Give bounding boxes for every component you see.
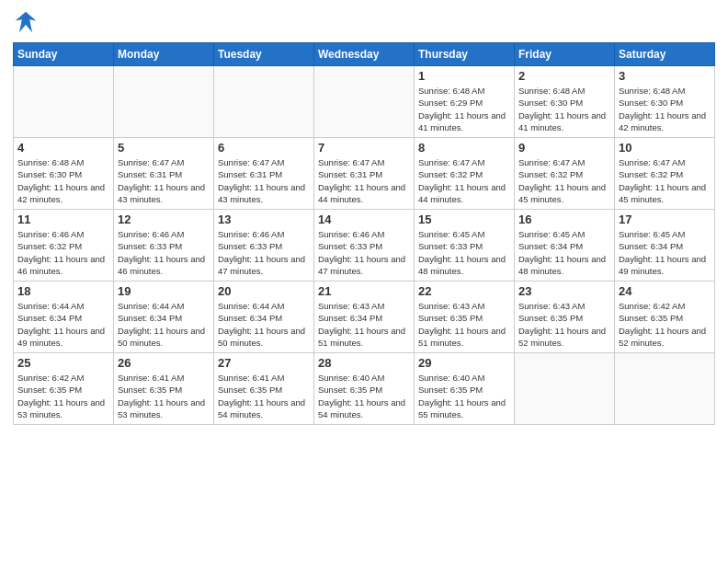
day-info: Sunrise: 6:48 AM Sunset: 6:30 PM Dayligh… bbox=[619, 85, 711, 133]
day-info: Sunrise: 6:43 AM Sunset: 6:35 PM Dayligh… bbox=[518, 300, 610, 349]
day-cell: 10Sunrise: 6:47 AM Sunset: 6:32 PM Dayli… bbox=[615, 138, 715, 210]
day-cell bbox=[14, 66, 114, 138]
day-number: 1 bbox=[418, 69, 510, 83]
day-info: Sunrise: 6:48 AM Sunset: 6:30 PM Dayligh… bbox=[518, 85, 610, 133]
logo-bird-icon bbox=[13, 9, 39, 35]
day-number: 13 bbox=[218, 213, 310, 226]
day-number: 14 bbox=[318, 213, 410, 226]
day-number: 5 bbox=[118, 141, 210, 155]
col-header-thursday: Thursday bbox=[415, 43, 515, 66]
day-number: 4 bbox=[17, 141, 109, 155]
day-number: 15 bbox=[418, 213, 510, 226]
day-number: 27 bbox=[218, 356, 310, 370]
day-number: 26 bbox=[118, 356, 210, 370]
day-number: 12 bbox=[118, 213, 210, 226]
day-cell: 29Sunrise: 6:40 AM Sunset: 6:35 PM Dayli… bbox=[415, 353, 515, 425]
day-cell: 6Sunrise: 6:47 AM Sunset: 6:31 PM Daylig… bbox=[214, 138, 314, 210]
day-info: Sunrise: 6:47 AM Sunset: 6:31 PM Dayligh… bbox=[118, 156, 210, 205]
day-cell: 23Sunrise: 6:43 AM Sunset: 6:35 PM Dayli… bbox=[515, 282, 615, 353]
week-row-4: 18Sunrise: 6:44 AM Sunset: 6:34 PM Dayli… bbox=[14, 282, 715, 353]
day-info: Sunrise: 6:43 AM Sunset: 6:34 PM Dayligh… bbox=[318, 300, 410, 349]
day-cell bbox=[615, 353, 715, 425]
day-cell: 24Sunrise: 6:42 AM Sunset: 6:35 PM Dayli… bbox=[615, 282, 715, 353]
day-cell: 26Sunrise: 6:41 AM Sunset: 6:35 PM Dayli… bbox=[114, 353, 214, 425]
day-info: Sunrise: 6:45 AM Sunset: 6:34 PM Dayligh… bbox=[619, 228, 711, 277]
day-info: Sunrise: 6:46 AM Sunset: 6:33 PM Dayligh… bbox=[118, 228, 210, 277]
col-header-monday: Monday bbox=[114, 43, 214, 66]
day-info: Sunrise: 6:40 AM Sunset: 6:35 PM Dayligh… bbox=[418, 372, 510, 420]
day-cell: 28Sunrise: 6:40 AM Sunset: 6:35 PM Dayli… bbox=[314, 353, 415, 425]
day-info: Sunrise: 6:42 AM Sunset: 6:35 PM Dayligh… bbox=[619, 300, 711, 349]
col-header-saturday: Saturday bbox=[615, 43, 715, 66]
day-info: Sunrise: 6:44 AM Sunset: 6:34 PM Dayligh… bbox=[118, 300, 210, 349]
col-header-sunday: Sunday bbox=[14, 43, 114, 66]
day-cell bbox=[214, 66, 314, 138]
day-info: Sunrise: 6:40 AM Sunset: 6:35 PM Dayligh… bbox=[318, 372, 410, 420]
week-row-1: 1Sunrise: 6:48 AM Sunset: 6:29 PM Daylig… bbox=[14, 66, 715, 138]
day-info: Sunrise: 6:43 AM Sunset: 6:35 PM Dayligh… bbox=[418, 300, 510, 349]
day-cell bbox=[515, 353, 615, 425]
day-info: Sunrise: 6:45 AM Sunset: 6:33 PM Dayligh… bbox=[418, 228, 510, 277]
week-row-3: 11Sunrise: 6:46 AM Sunset: 6:32 PM Dayli… bbox=[14, 210, 715, 282]
day-cell: 16Sunrise: 6:45 AM Sunset: 6:34 PM Dayli… bbox=[515, 210, 615, 282]
day-cell: 15Sunrise: 6:45 AM Sunset: 6:33 PM Dayli… bbox=[415, 210, 515, 282]
day-cell: 25Sunrise: 6:42 AM Sunset: 6:35 PM Dayli… bbox=[14, 353, 114, 425]
day-info: Sunrise: 6:46 AM Sunset: 6:33 PM Dayligh… bbox=[218, 228, 310, 277]
week-row-5: 25Sunrise: 6:42 AM Sunset: 6:35 PM Dayli… bbox=[14, 353, 715, 425]
day-info: Sunrise: 6:44 AM Sunset: 6:34 PM Dayligh… bbox=[17, 300, 109, 349]
day-cell: 20Sunrise: 6:44 AM Sunset: 6:34 PM Dayli… bbox=[214, 282, 314, 353]
day-cell: 21Sunrise: 6:43 AM Sunset: 6:34 PM Dayli… bbox=[314, 282, 415, 353]
page: SundayMondayTuesdayWednesdayThursdayFrid… bbox=[0, 0, 728, 563]
day-cell: 5Sunrise: 6:47 AM Sunset: 6:31 PM Daylig… bbox=[114, 138, 214, 210]
day-cell: 11Sunrise: 6:46 AM Sunset: 6:32 PM Dayli… bbox=[14, 210, 114, 282]
day-info: Sunrise: 6:44 AM Sunset: 6:34 PM Dayligh… bbox=[218, 300, 310, 349]
day-info: Sunrise: 6:47 AM Sunset: 6:32 PM Dayligh… bbox=[619, 156, 711, 205]
day-info: Sunrise: 6:41 AM Sunset: 6:35 PM Dayligh… bbox=[218, 372, 310, 420]
day-number: 23 bbox=[518, 284, 610, 298]
day-number: 8 bbox=[418, 141, 510, 155]
day-info: Sunrise: 6:47 AM Sunset: 6:32 PM Dayligh… bbox=[418, 156, 510, 205]
col-header-wednesday: Wednesday bbox=[314, 43, 415, 66]
day-number: 29 bbox=[418, 356, 510, 370]
day-cell: 22Sunrise: 6:43 AM Sunset: 6:35 PM Dayli… bbox=[415, 282, 515, 353]
day-cell: 13Sunrise: 6:46 AM Sunset: 6:33 PM Dayli… bbox=[214, 210, 314, 282]
day-cell: 1Sunrise: 6:48 AM Sunset: 6:29 PM Daylig… bbox=[415, 66, 515, 138]
calendar-table: SundayMondayTuesdayWednesdayThursdayFrid… bbox=[13, 42, 715, 425]
day-number: 3 bbox=[619, 69, 711, 83]
day-info: Sunrise: 6:47 AM Sunset: 6:31 PM Dayligh… bbox=[318, 156, 410, 205]
header-row: SundayMondayTuesdayWednesdayThursdayFrid… bbox=[14, 43, 715, 66]
day-number: 16 bbox=[518, 213, 610, 226]
col-header-tuesday: Tuesday bbox=[214, 43, 314, 66]
day-number: 17 bbox=[619, 213, 711, 226]
day-number: 9 bbox=[518, 141, 610, 155]
day-cell bbox=[114, 66, 214, 138]
day-cell: 12Sunrise: 6:46 AM Sunset: 6:33 PM Dayli… bbox=[114, 210, 214, 282]
day-number: 6 bbox=[218, 141, 310, 155]
day-info: Sunrise: 6:47 AM Sunset: 6:32 PM Dayligh… bbox=[518, 156, 610, 205]
day-cell: 8Sunrise: 6:47 AM Sunset: 6:32 PM Daylig… bbox=[415, 138, 515, 210]
day-cell: 17Sunrise: 6:45 AM Sunset: 6:34 PM Dayli… bbox=[615, 210, 715, 282]
day-info: Sunrise: 6:45 AM Sunset: 6:34 PM Dayligh… bbox=[518, 228, 610, 277]
day-cell: 4Sunrise: 6:48 AM Sunset: 6:30 PM Daylig… bbox=[14, 138, 114, 210]
day-number: 2 bbox=[518, 69, 610, 83]
day-info: Sunrise: 6:41 AM Sunset: 6:35 PM Dayligh… bbox=[118, 372, 210, 420]
day-cell: 19Sunrise: 6:44 AM Sunset: 6:34 PM Dayli… bbox=[114, 282, 214, 353]
day-number: 18 bbox=[17, 284, 109, 298]
day-cell bbox=[314, 66, 415, 138]
day-number: 19 bbox=[118, 284, 210, 298]
day-number: 22 bbox=[418, 284, 510, 298]
day-cell: 27Sunrise: 6:41 AM Sunset: 6:35 PM Dayli… bbox=[214, 353, 314, 425]
day-cell: 3Sunrise: 6:48 AM Sunset: 6:30 PM Daylig… bbox=[615, 66, 715, 138]
day-cell: 7Sunrise: 6:47 AM Sunset: 6:31 PM Daylig… bbox=[314, 138, 415, 210]
day-number: 25 bbox=[17, 356, 109, 370]
day-cell: 14Sunrise: 6:46 AM Sunset: 6:33 PM Dayli… bbox=[314, 210, 415, 282]
day-number: 10 bbox=[619, 141, 711, 155]
day-number: 21 bbox=[318, 284, 410, 298]
day-info: Sunrise: 6:42 AM Sunset: 6:35 PM Dayligh… bbox=[17, 372, 109, 420]
day-info: Sunrise: 6:46 AM Sunset: 6:33 PM Dayligh… bbox=[318, 228, 410, 277]
day-number: 24 bbox=[619, 284, 711, 298]
day-number: 7 bbox=[318, 141, 410, 155]
day-info: Sunrise: 6:48 AM Sunset: 6:30 PM Dayligh… bbox=[17, 156, 109, 205]
day-info: Sunrise: 6:48 AM Sunset: 6:29 PM Dayligh… bbox=[418, 85, 510, 133]
header bbox=[13, 9, 715, 35]
